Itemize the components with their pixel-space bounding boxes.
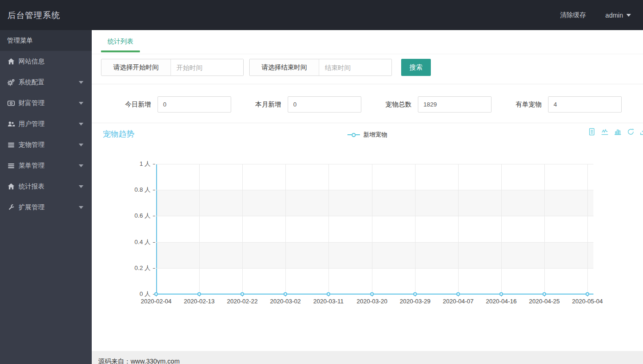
sidebar-item-5[interactable]: 菜单管理: [0, 155, 92, 176]
x-axis-label: 2020-04-07: [437, 298, 479, 305]
chevron-down-icon: [79, 185, 83, 188]
stat-value-input[interactable]: [158, 96, 231, 113]
sidebar-menu-title: 管理菜单: [0, 30, 92, 51]
top-header: 后台管理系统 清除缓存 admin: [0, 0, 643, 30]
x-axis-label: 2020-02-04: [135, 298, 177, 305]
y-axis-label: 0.8 人: [92, 186, 151, 194]
chevron-down-icon: [626, 14, 631, 17]
gears-icon: [7, 78, 15, 86]
y-axis-tick: [153, 164, 155, 164]
sidebar-item-2[interactable]: 财富管理: [0, 93, 92, 113]
search-button[interactable]: 搜索: [401, 59, 431, 76]
grid-line-vertical: [242, 164, 243, 294]
chevron-down-icon: [79, 81, 83, 84]
sidebar-nav: 网站信息系统配置财富管理用户管理宠物管理菜单管理统计报表扩展管理: [0, 51, 92, 218]
grid-line-horizontal: [156, 190, 593, 190]
sidebar-item-4[interactable]: 宠物管理: [0, 134, 92, 155]
grid-line-vertical: [458, 164, 459, 294]
end-date-picker-button[interactable]: 请选择结束时间: [250, 59, 319, 75]
y-axis-tick: [153, 190, 155, 190]
line-chart-icon[interactable]: [601, 128, 609, 136]
users-icon: [7, 120, 15, 128]
end-date-group: 请选择结束时间: [249, 59, 392, 76]
grid-line-vertical: [199, 164, 200, 294]
data-point: [413, 292, 417, 296]
sidebar: 管理菜单 网站信息系统配置财富管理用户管理宠物管理菜单管理统计报表扩展管理: [0, 30, 92, 364]
x-axis-label: 2020-04-25: [523, 298, 566, 305]
stat-label: 有单宠物: [492, 100, 548, 109]
data-point: [327, 292, 330, 296]
y-axis-label: 0 人: [92, 290, 151, 298]
grid-line-vertical: [372, 164, 372, 294]
sidebar-item-7[interactable]: 扩展管理: [0, 197, 92, 218]
sidebar-item-label: 财富管理: [19, 99, 44, 107]
bar-chart-icon[interactable]: [614, 128, 622, 136]
grid-line-horizontal: [156, 268, 593, 269]
grid-line-horizontal: [156, 242, 593, 243]
clear-cache-link[interactable]: 清除缓存: [560, 11, 586, 19]
data-point: [499, 292, 503, 296]
y-axis-label: 0.6 人: [92, 212, 151, 220]
start-date-input[interactable]: [171, 59, 243, 75]
grid-line-vertical: [544, 164, 545, 294]
grid-line-vertical: [415, 164, 416, 294]
tab-bar: 统计列表: [92, 30, 643, 54]
stat-label: 宠物总数: [361, 100, 418, 109]
restore-icon[interactable]: [627, 128, 635, 136]
start-date-picker-button[interactable]: 请选择开始时间: [101, 59, 171, 75]
app-title: 后台管理系统: [0, 10, 60, 21]
legend-item-new-pets[interactable]: 新增宠物: [347, 131, 387, 139]
stat-cell-1: 本月新增: [231, 96, 361, 113]
footer: 源码来自：www.330ym.com: [92, 351, 643, 364]
main-content: 统计列表 请选择开始时间 请选择结束时间 搜索 今日新增本月新增宠物总数有单宠物…: [92, 30, 643, 364]
sidebar-item-1[interactable]: 系统配置: [0, 72, 92, 93]
sidebar-item-0[interactable]: 网站信息: [0, 51, 92, 72]
x-axis-label: 2020-04-16: [480, 298, 523, 305]
data-point: [154, 292, 158, 296]
grid-line-horizontal: [156, 164, 593, 164]
data-point: [197, 292, 201, 296]
sidebar-item-label: 宠物管理: [19, 141, 44, 149]
save-image-icon[interactable]: [640, 128, 643, 136]
series-line-new-pets: [156, 294, 593, 295]
sidebar-item-label: 网站信息: [19, 57, 44, 66]
app-window: 后台管理系统 清除缓存 admin 管理菜单 网站信息系统配置财富管理用户管理宠…: [0, 0, 643, 364]
chevron-down-icon: [79, 164, 83, 167]
home-icon: [7, 57, 15, 65]
chart-header: 宠物趋势 新增宠物: [92, 123, 643, 147]
chevron-down-icon: [79, 102, 83, 105]
stat-cell-3: 有单宠物: [492, 96, 622, 113]
sidebar-item-3[interactable]: 用户管理: [0, 113, 92, 134]
sidebar-item-6[interactable]: 统计报表: [0, 176, 92, 197]
list-icon: [7, 141, 15, 149]
data-point: [542, 292, 546, 296]
y-axis-label: 1 人: [92, 160, 151, 168]
end-date-input[interactable]: [319, 59, 391, 75]
filter-row: 请选择开始时间 请选择结束时间 搜索: [92, 54, 643, 84]
x-axis-label: 2020-05-04: [566, 298, 609, 305]
y-axis-tick: [153, 216, 155, 216]
data-point: [586, 292, 589, 296]
stats-row: 今日新增本月新增宠物总数有单宠物: [92, 84, 643, 123]
chevron-down-icon: [79, 206, 83, 209]
chart-toolbox: [588, 128, 643, 136]
stat-value-input[interactable]: [548, 96, 622, 113]
x-axis-label: 2020-02-13: [178, 298, 221, 305]
sidebar-item-label: 用户管理: [19, 120, 44, 128]
chart-title: 宠物趋势: [103, 129, 134, 139]
stat-label: 今日新增: [101, 100, 158, 109]
start-date-group: 请选择开始时间: [101, 59, 244, 76]
data-view-icon[interactable]: [588, 128, 596, 136]
chevron-down-icon: [79, 144, 83, 146]
stat-value-input[interactable]: [418, 96, 492, 113]
tab-statistics-list[interactable]: 统计列表: [101, 30, 140, 52]
grid-line-vertical: [328, 164, 329, 294]
stat-value-input[interactable]: [288, 96, 361, 113]
list-icon: [7, 162, 15, 169]
x-axis-label: 2020-03-29: [394, 298, 436, 305]
x-axis-label: 2020-03-20: [351, 298, 393, 305]
stat-cell-2: 宠物总数: [361, 96, 492, 113]
y-axis-label: 0.4 人: [92, 238, 151, 246]
user-dropdown[interactable]: admin: [605, 12, 631, 19]
x-axis-label: 2020-03-11: [307, 298, 350, 305]
